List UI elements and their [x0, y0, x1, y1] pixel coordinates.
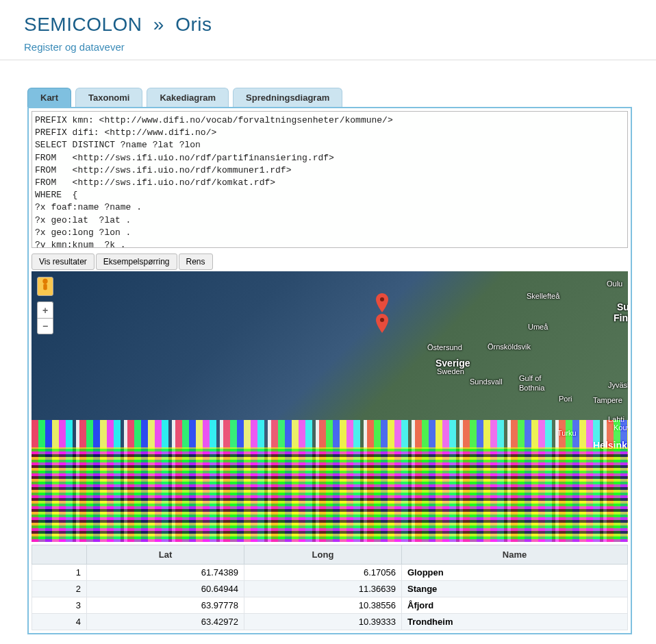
map-place-label: Sundsvall	[470, 377, 503, 386]
row-name: Gloppen	[402, 565, 628, 581]
streetview-pegman-icon[interactable]	[37, 277, 53, 296]
app-name: Oris	[175, 14, 212, 35]
map-place-label: Sweden	[437, 367, 464, 375]
map-place-label: Jyväskylä	[608, 381, 628, 389]
map-place-label: Örnsköldsvik	[488, 343, 531, 351]
zoom-out-button[interactable]: −	[37, 318, 53, 334]
query-panel: Vis resultater Eksempelspørring Rens + −…	[27, 107, 632, 634]
tab-kart[interactable]: Kart	[27, 88, 71, 107]
map-place-label: Finland	[614, 312, 628, 323]
map-place-label: Gulf of	[519, 374, 541, 382]
map-place-label: Umeå	[528, 323, 548, 331]
row-lat: 63.97778	[87, 597, 244, 614]
map-marker-icon[interactable]	[376, 293, 388, 312]
row-lat: 60.64944	[87, 581, 244, 597]
row-long: 10.38556	[244, 597, 402, 614]
tab-kakediagram[interactable]: Kakediagram	[147, 88, 229, 107]
query-toolbar: Vis resultater Eksempelspørring Rens	[31, 253, 628, 270]
row-long: 11.36639	[244, 581, 402, 597]
table-row: 363.9777810.38556Åfjord	[32, 597, 628, 614]
table-header: Name	[402, 545, 628, 565]
map-place-label: Bothnia	[519, 384, 544, 392]
map-place-label: Oulu	[607, 280, 622, 288]
map-place-label: Östersund	[427, 343, 462, 351]
table-header: Lat	[87, 545, 244, 565]
svg-rect-1	[43, 284, 47, 290]
table-header: Long	[244, 545, 402, 565]
svg-point-2	[380, 297, 384, 301]
row-index: 1	[32, 565, 87, 581]
result-map[interactable]: + − OuluSkellefteåSuomiFinlandUmeåÖsters…	[31, 271, 628, 542]
row-index: 4	[32, 614, 87, 630]
map-place-label: Tampere	[593, 396, 622, 404]
sparql-query-input[interactable]	[31, 111, 628, 248]
page-title: SEMICOLON » Oris	[24, 14, 632, 36]
title-separator: »	[153, 14, 164, 35]
results-table: LatLongName 161.743896.17056Gloppen260.6…	[31, 545, 628, 630]
tab-bar: KartTaxonomiKakediagramSpredningsdiagram	[27, 88, 632, 107]
row-index: 2	[32, 581, 87, 597]
row-long: 10.39333	[244, 614, 402, 630]
map-place-label: Skellefteå	[527, 292, 559, 300]
run-query-button[interactable]: Vis resultater	[31, 253, 94, 270]
map-place-label: Suomi	[617, 301, 628, 312]
table-row: 463.4297210.39333Trondheim	[32, 614, 628, 630]
map-place-label: Pori	[559, 395, 572, 403]
zoom-controls: + −	[37, 301, 53, 334]
row-long: 6.17056	[244, 565, 402, 581]
map-render-glitch	[31, 447, 628, 542]
page-header: SEMICOLON » Oris Register og datavever	[0, 0, 656, 60]
zoom-in-button[interactable]: +	[37, 301, 53, 318]
row-name: Trondheim	[402, 614, 628, 630]
map-marker-icon[interactable]	[376, 314, 388, 333]
table-row: 260.6494411.36639Stange	[32, 581, 628, 597]
tab-spredningsdiagram[interactable]: Spredningsdiagram	[233, 88, 342, 107]
map-controls: + −	[37, 277, 53, 334]
row-index: 3	[32, 597, 87, 614]
table-header	[32, 545, 87, 565]
row-lat: 61.74389	[87, 565, 244, 581]
row-lat: 63.42972	[87, 614, 244, 630]
brand-name: SEMICOLON	[24, 14, 142, 35]
tab-taxonomi[interactable]: Taxonomi	[75, 88, 142, 107]
example-query-button[interactable]: Eksempelspørring	[96, 253, 177, 270]
row-name: Åfjord	[402, 597, 628, 614]
row-name: Stange	[402, 581, 628, 597]
main-content: KartTaxonomiKakediagramSpredningsdiagram…	[0, 60, 656, 634]
svg-point-0	[42, 279, 47, 284]
svg-point-3	[380, 318, 384, 322]
page-subtitle: Register og datavever	[24, 41, 632, 53]
table-row: 161.743896.17056Gloppen	[32, 565, 628, 581]
clear-query-button[interactable]: Rens	[179, 253, 213, 270]
